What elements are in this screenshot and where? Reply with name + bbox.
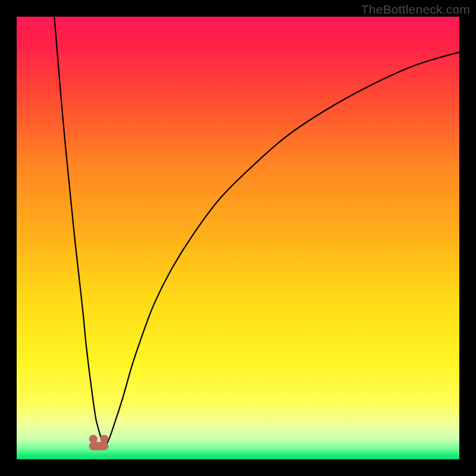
bottleneck-curve bbox=[54, 17, 459, 445]
chart-frame: TheBottleneck.com bbox=[0, 0, 476, 476]
curve-layer bbox=[17, 17, 459, 459]
cusp-marker-right bbox=[100, 435, 108, 443]
watermark-text: TheBottleneck.com bbox=[361, 2, 470, 17]
cusp-marker-left bbox=[89, 435, 98, 443]
plot-area bbox=[17, 17, 459, 459]
